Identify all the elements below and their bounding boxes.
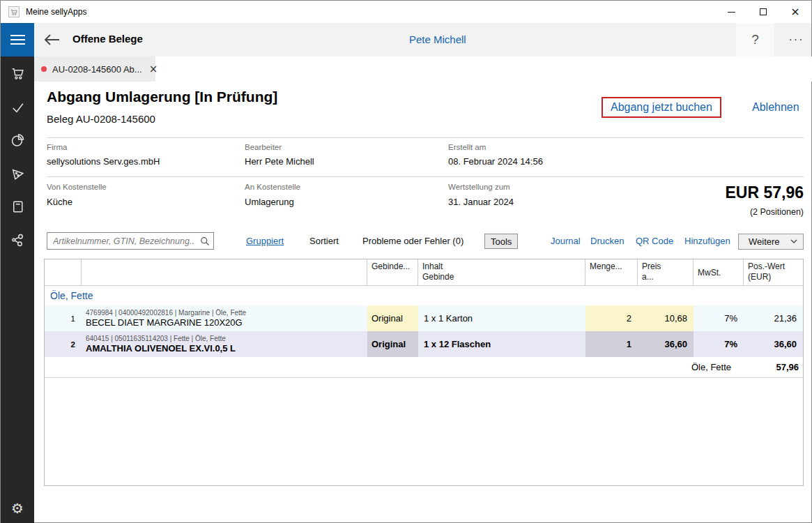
back-arrow-icon [43, 33, 61, 47]
book-icon [10, 199, 25, 214]
app-header: Offene Belege Pete Michell ? ··· [1, 23, 811, 56]
positions-count: (2 Positionen) [629, 207, 804, 217]
check-icon [10, 100, 25, 115]
tab-document[interactable]: AU-0208-145600 Ab... × [34, 56, 155, 82]
row-number: 2 [45, 331, 82, 357]
menge-cell[interactable]: 1 [585, 331, 638, 357]
pizza-icon [10, 167, 25, 181]
sidebar-nav: ⚙ [1, 56, 34, 523]
menge-cell[interactable]: 2 [585, 305, 638, 331]
col-header-poswert[interactable]: Pos.-Wert (EUR) [744, 259, 803, 285]
wert-cell: 21,36 [744, 305, 803, 331]
preis-cell[interactable]: 10,68 [638, 305, 694, 331]
wert-cell: 36,60 [744, 331, 803, 357]
col-header-menge[interactable]: Menge... [585, 259, 638, 285]
window-title: Meine sellyApps [26, 7, 86, 17]
hamburger-menu-button[interactable] [1, 23, 34, 56]
group-footer-total: 57,96 [744, 357, 803, 377]
article-meta: 4769984 | 04000492002816 | Margarine | Ö… [86, 308, 246, 317]
header-more-button[interactable]: ··· [780, 23, 812, 56]
maximize-button[interactable] [747, 1, 779, 23]
hamburger-icon [10, 35, 25, 36]
tab-close-icon[interactable]: × [149, 63, 158, 75]
title-bar: Meine sellyApps × [1, 1, 811, 23]
grouped-toggle[interactable]: Gruppiert [246, 236, 284, 246]
tools-button[interactable]: Tools [484, 234, 518, 249]
reject-button[interactable]: Ablehnen [752, 101, 799, 114]
group-header-row[interactable]: Öle, Fette [45, 286, 803, 305]
pie-chart-icon [10, 132, 25, 148]
inhalt-cell: 1 x 1 Karton [418, 305, 585, 331]
article-cell: 640415 | 05011635114203 | Fette | Öle, F… [82, 331, 367, 357]
search-input[interactable] [47, 236, 197, 246]
mwst-cell: 7% [694, 305, 744, 331]
col-header-number [45, 259, 82, 285]
more-dropdown[interactable]: Weitere [738, 234, 804, 250]
chevron-down-icon [790, 239, 797, 244]
group-footer-label: Öle, Fette [45, 357, 744, 377]
document-total: EUR 57,96 [629, 183, 804, 202]
article-name: BECEL DIAET MARGARINE 120X20G [86, 317, 243, 329]
row-number: 1 [45, 305, 82, 331]
add-link[interactable]: Hinzufügen [684, 236, 730, 246]
cart-icon [10, 66, 25, 81]
app-logo-icon [8, 6, 20, 17]
sidebar-item-catalog[interactable] [1, 192, 34, 220]
journal-link[interactable]: Journal [551, 236, 581, 246]
book-outflow-button[interactable]: Abgang jetzt buchen [602, 97, 721, 118]
tab-bar: AU-0208-145600 Ab... × [34, 56, 812, 82]
back-button[interactable] [41, 30, 62, 50]
col-header-preis[interactable]: Preis a... [638, 259, 694, 285]
inhalt-cell: 1 x 12 Flaschen [418, 331, 585, 357]
gear-icon: ⚙ [11, 500, 24, 517]
sidebar-item-tasks[interactable] [1, 93, 34, 121]
current-user-link[interactable]: Pete Michell [409, 33, 466, 45]
problems-toggle[interactable]: Probleme oder Fehler (0) [362, 236, 464, 246]
share-icon [10, 233, 25, 248]
sorted-toggle[interactable]: Sortiert [309, 236, 339, 246]
page-title: Offene Belege [72, 33, 143, 45]
table-row-selected[interactable]: 2 640415 | 05011635114203 | Fette | Öle,… [45, 331, 803, 357]
minimize-button[interactable] [715, 1, 747, 23]
window-controls: × [715, 1, 811, 23]
maximize-icon [760, 8, 767, 15]
sidebar-item-settings[interactable]: ⚙ [1, 494, 34, 522]
field-label-an-kostenstelle: An Kostenstelle [245, 183, 300, 191]
sidebar-item-network[interactable] [1, 226, 34, 254]
minimize-icon [728, 12, 735, 13]
field-value-wertstellung: 31. Januar 2024 [448, 197, 514, 207]
divider [47, 176, 804, 177]
document-number: Beleg AU-0208-145600 [47, 113, 155, 125]
mwst-cell: 7% [694, 331, 744, 357]
article-name: AMALTHIA OLIVENOEL EX.VI.0,5 L [86, 343, 236, 355]
article-search [47, 232, 214, 250]
field-label-von-kostenstelle: Von Kostenstelle [47, 183, 107, 191]
sidebar-item-cart[interactable] [1, 59, 34, 87]
field-label-firma: Firma [47, 143, 67, 151]
field-label-bearbeiter: Bearbeiter [245, 143, 282, 151]
more-dropdown-label: Weitere [749, 236, 780, 247]
sidebar-item-food[interactable] [1, 160, 34, 188]
document-title: Abgang Umlagerung [In Prüfung] [47, 89, 277, 105]
article-meta: 640415 | 05011635114203 | Fette | Öle, F… [86, 334, 226, 343]
col-header-gebinde[interactable]: Gebinde... [367, 259, 418, 285]
sidebar-item-reports[interactable] [1, 126, 34, 154]
field-value-an-kostenstelle: Umlagerung [245, 197, 294, 207]
col-header-mwst[interactable]: MwSt. [694, 259, 744, 285]
print-link[interactable]: Drucken [590, 236, 624, 246]
gebinde-cell[interactable]: Original [367, 331, 418, 357]
table-header-row: Gebinde... Inhalt Gebinde Menge... Preis… [45, 259, 803, 286]
close-button[interactable]: × [779, 1, 811, 23]
preis-cell[interactable]: 36,60 [638, 331, 694, 357]
gebinde-cell[interactable]: Original [367, 305, 418, 331]
search-icon[interactable] [197, 236, 213, 246]
divider [47, 137, 804, 138]
table-row[interactable]: 1 4769984 | 04000492002816 | Margarine |… [45, 305, 803, 331]
help-button[interactable]: ? [736, 23, 774, 56]
tab-label: AU-0208-145600 Ab... [52, 64, 142, 75]
group-footer-row: Öle, Fette 57,96 [45, 357, 803, 378]
col-header-inhalt[interactable]: Inhalt Gebinde [418, 259, 585, 285]
col-header-article [82, 259, 367, 285]
field-value-erstellt: 08. Februar 2024 14:56 [448, 156, 543, 167]
qr-code-link[interactable]: QR Code [636, 236, 673, 246]
